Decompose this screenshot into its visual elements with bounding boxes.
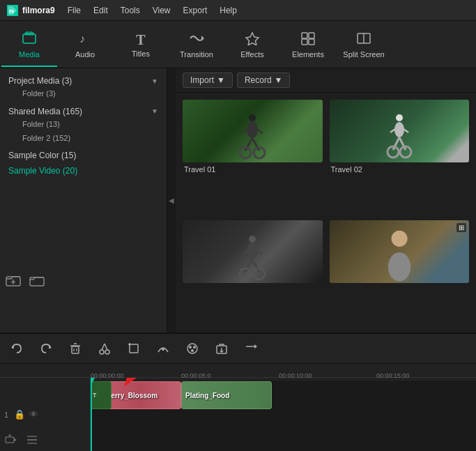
chevron-down-icon: ▼ xyxy=(151,77,158,85)
cyclist-figure-1 xyxy=(235,112,270,161)
grid-icon: ⊞ xyxy=(456,223,466,232)
crop-button[interactable] xyxy=(124,339,144,358)
media-thumb-travel03 xyxy=(183,220,323,283)
tab-effects[interactable]: Effects xyxy=(224,22,280,67)
menu-edit[interactable]: Edit xyxy=(88,4,114,17)
more-button[interactable] xyxy=(241,339,261,358)
media-item-travel04[interactable]: ⊞ xyxy=(330,220,470,326)
delete-button[interactable] xyxy=(66,339,85,358)
import-button[interactable]: Import ▼ xyxy=(183,72,233,88)
svg-line-54 xyxy=(102,344,105,350)
sidebar-project-media[interactable]: Project Media (3) ▼ xyxy=(8,75,158,87)
media-item-travel01[interactable]: Travel 01 xyxy=(183,100,323,213)
svg-point-61 xyxy=(189,346,192,349)
svg-text:♪: ♪ xyxy=(79,33,85,45)
open-folder-button[interactable] xyxy=(29,273,45,291)
clip-t-label: T xyxy=(91,390,98,400)
menu-view[interactable]: View xyxy=(147,4,176,17)
eye-icon[interactable]: 👁 xyxy=(29,409,38,420)
svg-point-35 xyxy=(249,236,256,243)
media-label-travel02: Travel 02 xyxy=(330,165,470,174)
import-bar: Import ▼ Record ▼ xyxy=(176,68,476,93)
lock-icon[interactable]: 🔒 xyxy=(14,409,25,420)
cyclist-figure-2 xyxy=(382,112,417,161)
sidebar-shared-label: Shared Media (165) xyxy=(8,107,82,116)
svg-rect-69 xyxy=(6,437,14,443)
menu-bar: f9 filmora9 File Edit Tools View Export … xyxy=(0,0,476,21)
media-icon xyxy=(22,31,37,47)
media-item-travel02[interactable]: Travel 02 xyxy=(330,100,470,213)
tab-elements-label: Elements xyxy=(292,50,324,59)
svg-rect-12 xyxy=(309,39,314,45)
tab-titles[interactable]: T Titles xyxy=(113,22,169,67)
playhead xyxy=(91,378,92,451)
tab-transition-label: Transition xyxy=(180,50,213,59)
svg-point-43 xyxy=(391,231,407,247)
svg-marker-8 xyxy=(246,33,259,45)
svg-point-27 xyxy=(396,114,403,121)
main-area: Project Media (3) ▼ Folder (3) Shared Me… xyxy=(0,68,476,332)
clip-thumb-t[interactable]: T xyxy=(91,381,112,409)
svg-point-19 xyxy=(249,114,256,121)
main-toolbar: Media ♪ Audio T Titles Transition Effect… xyxy=(0,21,476,68)
redo-button[interactable] xyxy=(36,339,56,358)
sidebar-section-shared: Shared Media (165) ▼ Folder (13) Folder … xyxy=(0,103,167,148)
timeline-area: 00:00:00:00 00:00:05:0 00:00:10:00 00:00… xyxy=(0,364,476,451)
tab-elements[interactable]: Elements xyxy=(280,22,336,67)
import-chevron-icon: ▼ xyxy=(217,75,225,85)
tab-transition[interactable]: Transition xyxy=(169,22,224,67)
svg-marker-7 xyxy=(201,36,204,41)
color-button[interactable] xyxy=(183,339,202,358)
tab-audio[interactable]: ♪ Audio xyxy=(57,22,113,67)
record-button[interactable]: Record ▼ xyxy=(237,72,291,88)
track-number: 1 xyxy=(4,411,8,419)
cut-button[interactable] xyxy=(95,339,114,358)
sidebar-folder-152[interactable]: Folder 2 (152) xyxy=(8,132,158,146)
timeline-ruler: 00:00:00:00 00:00:05:0 00:00:10:00 00:00… xyxy=(0,364,476,378)
cyclist-figure-3 xyxy=(235,233,270,282)
timeline-content: 1 🔒 👁 xyxy=(0,378,476,451)
sidebar-sample-color[interactable]: Sample Color (15) xyxy=(8,149,158,162)
track-clips: T Cherry_Blossom Plating_Food xyxy=(91,378,476,451)
menu-help[interactable]: Help xyxy=(214,4,243,17)
menu-export[interactable]: Export xyxy=(178,4,213,17)
content-area: Import ▼ Record ▼ xyxy=(176,68,476,332)
tab-media[interactable]: Media xyxy=(1,22,57,67)
media-thumb-travel02 xyxy=(330,100,470,162)
undo-button[interactable] xyxy=(7,339,26,358)
add-video-track-button[interactable] xyxy=(3,431,20,448)
sidebar-collapse-handle[interactable]: ◀ xyxy=(167,68,176,332)
add-folder-button[interactable] xyxy=(6,273,21,291)
sidebar-folder-13[interactable]: Folder (13) xyxy=(8,118,158,132)
track-bg xyxy=(91,378,476,381)
svg-point-63 xyxy=(191,349,194,352)
sidebar-sample-video[interactable]: Sample Video (20) xyxy=(0,164,167,178)
app-logo: f9 filmora9 xyxy=(6,3,55,17)
svg-rect-11 xyxy=(302,39,307,45)
media-label-travel01: Travel 01 xyxy=(183,165,323,174)
transition-icon xyxy=(189,31,204,47)
tab-splitscreen[interactable]: Split Screen xyxy=(336,22,392,67)
sidebar-folder-3[interactable]: Folder (3) xyxy=(8,87,158,101)
import-media-button[interactable] xyxy=(212,339,231,358)
sidebar-section-color: Sample Color (15) xyxy=(0,147,167,164)
sidebar-bottom-actions xyxy=(6,273,45,291)
svg-point-44 xyxy=(388,252,410,282)
remove-track-button[interactable] xyxy=(24,431,40,448)
svg-rect-18 xyxy=(30,277,44,286)
tab-media-label: Media xyxy=(19,50,40,59)
menu-file[interactable]: File xyxy=(62,4,86,17)
audio-icon: ♪ xyxy=(78,31,92,47)
portrait-figure xyxy=(371,227,427,283)
svg-marker-66 xyxy=(220,351,224,353)
media-item-travel03[interactable] xyxy=(183,220,323,326)
speed-button[interactable] xyxy=(153,339,173,358)
clip-plating-food[interactable]: Plating_Food xyxy=(181,381,272,409)
timeline-toolbar xyxy=(0,333,476,364)
menu-tools[interactable]: Tools xyxy=(115,4,146,17)
sidebar-shared-media[interactable]: Shared Media (165) ▼ xyxy=(8,105,158,118)
tab-splitscreen-label: Split Screen xyxy=(343,50,384,59)
chevron-down-icon-2: ▼ xyxy=(151,107,158,115)
media-grid: Travel 01 Travel 02 xyxy=(176,93,476,332)
track-1-label: 1 🔒 👁 xyxy=(4,397,86,432)
